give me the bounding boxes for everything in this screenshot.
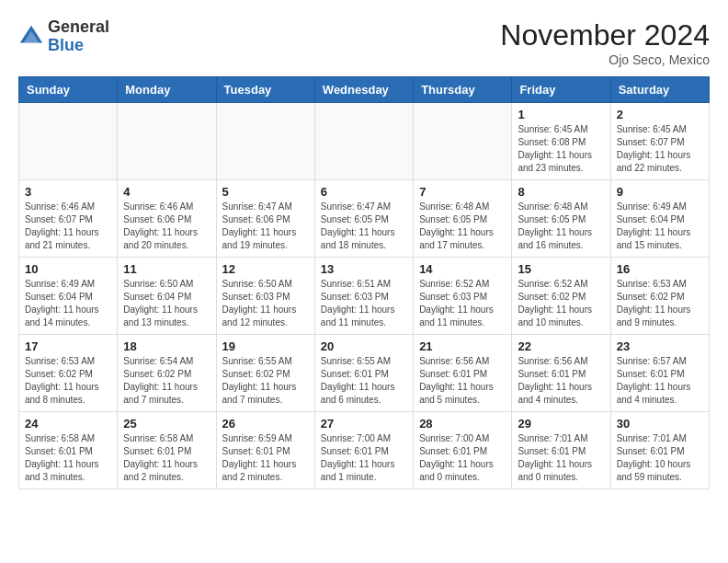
logo-general: General xyxy=(48,18,109,37)
month-title: November 2024 xyxy=(500,18,710,52)
day-number: 15 xyxy=(518,262,604,276)
week-row-3: 10Sunrise: 6:49 AM Sunset: 6:04 PM Dayli… xyxy=(19,258,710,335)
day-number: 17 xyxy=(25,339,111,353)
day-cell: 26Sunrise: 6:59 AM Sunset: 6:01 PM Dayli… xyxy=(216,412,314,489)
weekday-header-friday: Friday xyxy=(512,77,610,103)
day-number: 25 xyxy=(123,417,210,431)
day-number: 4 xyxy=(123,185,210,199)
day-number: 8 xyxy=(518,185,604,199)
day-number: 20 xyxy=(321,339,407,353)
title-block: November 2024 Ojo Seco, Mexico xyxy=(500,18,710,67)
day-info: Sunrise: 7:00 AM Sunset: 6:01 PM Dayligh… xyxy=(419,432,506,484)
day-cell xyxy=(19,103,118,180)
day-cell xyxy=(414,103,512,180)
day-cell: 5Sunrise: 6:47 AM Sunset: 6:06 PM Daylig… xyxy=(216,180,314,258)
day-cell: 30Sunrise: 7:01 AM Sunset: 6:01 PM Dayli… xyxy=(610,412,709,489)
day-cell: 29Sunrise: 7:01 AM Sunset: 6:01 PM Dayli… xyxy=(512,412,610,489)
weekday-header-sunday: Sunday xyxy=(19,77,118,103)
day-info: Sunrise: 6:59 AM Sunset: 6:01 PM Dayligh… xyxy=(222,432,309,484)
day-cell: 28Sunrise: 7:00 AM Sunset: 6:01 PM Dayli… xyxy=(414,412,512,489)
day-cell xyxy=(216,103,314,180)
day-cell: 13Sunrise: 6:51 AM Sunset: 6:03 PM Dayli… xyxy=(314,258,413,335)
day-number: 1 xyxy=(518,108,604,121)
day-number: 6 xyxy=(321,185,407,199)
week-row-5: 24Sunrise: 6:58 AM Sunset: 6:01 PM Dayli… xyxy=(19,412,710,489)
day-info: Sunrise: 6:52 AM Sunset: 6:03 PM Dayligh… xyxy=(419,278,506,329)
day-cell: 11Sunrise: 6:50 AM Sunset: 6:04 PM Dayli… xyxy=(118,258,216,335)
day-cell: 9Sunrise: 6:49 AM Sunset: 6:04 PM Daylig… xyxy=(610,180,709,258)
day-cell: 16Sunrise: 6:53 AM Sunset: 6:02 PM Dayli… xyxy=(610,258,709,335)
day-cell: 8Sunrise: 6:48 AM Sunset: 6:05 PM Daylig… xyxy=(512,180,610,258)
day-info: Sunrise: 6:46 AM Sunset: 6:06 PM Dayligh… xyxy=(123,201,210,252)
day-info: Sunrise: 6:53 AM Sunset: 6:02 PM Dayligh… xyxy=(617,278,703,329)
day-cell xyxy=(314,103,413,180)
day-cell: 25Sunrise: 6:58 AM Sunset: 6:01 PM Dayli… xyxy=(118,412,216,489)
day-info: Sunrise: 7:01 AM Sunset: 6:01 PM Dayligh… xyxy=(617,432,703,484)
day-info: Sunrise: 6:52 AM Sunset: 6:02 PM Dayligh… xyxy=(518,278,604,329)
day-info: Sunrise: 6:56 AM Sunset: 6:01 PM Dayligh… xyxy=(419,355,506,407)
day-cell: 10Sunrise: 6:49 AM Sunset: 6:04 PM Dayli… xyxy=(19,258,118,335)
day-cell xyxy=(118,103,216,180)
day-number: 2 xyxy=(617,108,703,121)
day-info: Sunrise: 6:53 AM Sunset: 6:02 PM Dayligh… xyxy=(25,355,111,407)
day-number: 9 xyxy=(617,185,703,199)
day-number: 10 xyxy=(25,262,111,276)
day-cell: 4Sunrise: 6:46 AM Sunset: 6:06 PM Daylig… xyxy=(118,180,216,258)
day-cell: 22Sunrise: 6:56 AM Sunset: 6:01 PM Dayli… xyxy=(512,335,610,412)
day-info: Sunrise: 6:48 AM Sunset: 6:05 PM Dayligh… xyxy=(518,201,604,252)
day-number: 27 xyxy=(321,417,407,431)
day-number: 11 xyxy=(123,262,210,276)
weekday-header-monday: Monday xyxy=(118,77,216,103)
day-number: 16 xyxy=(617,262,703,276)
day-info: Sunrise: 6:54 AM Sunset: 6:02 PM Dayligh… xyxy=(123,355,210,407)
day-number: 19 xyxy=(222,339,309,353)
day-info: Sunrise: 6:58 AM Sunset: 6:01 PM Dayligh… xyxy=(25,432,111,484)
day-cell: 20Sunrise: 6:55 AM Sunset: 6:01 PM Dayli… xyxy=(314,335,413,412)
day-info: Sunrise: 6:55 AM Sunset: 6:02 PM Dayligh… xyxy=(222,355,309,407)
day-cell: 27Sunrise: 7:00 AM Sunset: 6:01 PM Dayli… xyxy=(314,412,413,489)
day-cell: 1Sunrise: 6:45 AM Sunset: 6:08 PM Daylig… xyxy=(512,103,610,180)
week-row-4: 17Sunrise: 6:53 AM Sunset: 6:02 PM Dayli… xyxy=(19,335,710,412)
day-number: 14 xyxy=(419,262,506,276)
day-cell: 18Sunrise: 6:54 AM Sunset: 6:02 PM Dayli… xyxy=(118,335,216,412)
day-cell: 24Sunrise: 6:58 AM Sunset: 6:01 PM Dayli… xyxy=(19,412,118,489)
day-number: 7 xyxy=(419,185,506,199)
day-cell: 12Sunrise: 6:50 AM Sunset: 6:03 PM Dayli… xyxy=(216,258,314,335)
day-cell: 14Sunrise: 6:52 AM Sunset: 6:03 PM Dayli… xyxy=(414,258,512,335)
day-cell: 23Sunrise: 6:57 AM Sunset: 6:01 PM Dayli… xyxy=(610,335,709,412)
logo-icon xyxy=(18,24,44,50)
day-info: Sunrise: 6:50 AM Sunset: 6:03 PM Dayligh… xyxy=(222,278,309,329)
day-info: Sunrise: 6:49 AM Sunset: 6:04 PM Dayligh… xyxy=(617,201,703,252)
day-info: Sunrise: 6:49 AM Sunset: 6:04 PM Dayligh… xyxy=(25,278,111,329)
day-number: 22 xyxy=(518,339,604,353)
location: Ojo Seco, Mexico xyxy=(500,52,710,67)
weekday-header-tuesday: Tuesday xyxy=(216,77,314,103)
day-cell: 15Sunrise: 6:52 AM Sunset: 6:02 PM Dayli… xyxy=(512,258,610,335)
day-info: Sunrise: 7:00 AM Sunset: 6:01 PM Dayligh… xyxy=(321,432,407,484)
logo: General Blue xyxy=(18,18,109,55)
day-info: Sunrise: 6:48 AM Sunset: 6:05 PM Dayligh… xyxy=(419,201,506,252)
day-info: Sunrise: 6:55 AM Sunset: 6:01 PM Dayligh… xyxy=(321,355,407,407)
day-number: 23 xyxy=(617,339,703,353)
day-cell: 19Sunrise: 6:55 AM Sunset: 6:02 PM Dayli… xyxy=(216,335,314,412)
weekday-header-wednesday: Wednesday xyxy=(314,77,413,103)
day-info: Sunrise: 6:51 AM Sunset: 6:03 PM Dayligh… xyxy=(321,278,407,329)
day-number: 13 xyxy=(321,262,407,276)
day-info: Sunrise: 7:01 AM Sunset: 6:01 PM Dayligh… xyxy=(518,432,604,484)
day-cell: 3Sunrise: 6:46 AM Sunset: 6:07 PM Daylig… xyxy=(19,180,118,258)
day-info: Sunrise: 6:46 AM Sunset: 6:07 PM Dayligh… xyxy=(25,201,111,252)
day-number: 30 xyxy=(617,417,703,431)
day-number: 29 xyxy=(518,417,604,431)
logo-blue: Blue xyxy=(48,37,109,55)
week-row-1: 1Sunrise: 6:45 AM Sunset: 6:08 PM Daylig… xyxy=(19,103,710,180)
day-number: 12 xyxy=(222,262,309,276)
day-info: Sunrise: 6:58 AM Sunset: 6:01 PM Dayligh… xyxy=(123,432,210,484)
page-header: General Blue November 2024 Ojo Seco, Mex… xyxy=(18,18,710,67)
day-info: Sunrise: 6:57 AM Sunset: 6:01 PM Dayligh… xyxy=(617,355,703,407)
day-number: 24 xyxy=(25,417,111,431)
day-info: Sunrise: 6:45 AM Sunset: 6:08 PM Dayligh… xyxy=(518,123,604,175)
day-number: 3 xyxy=(25,185,111,199)
day-cell: 7Sunrise: 6:48 AM Sunset: 6:05 PM Daylig… xyxy=(414,180,512,258)
weekday-header-saturday: Saturday xyxy=(610,77,709,103)
day-number: 28 xyxy=(419,417,506,431)
